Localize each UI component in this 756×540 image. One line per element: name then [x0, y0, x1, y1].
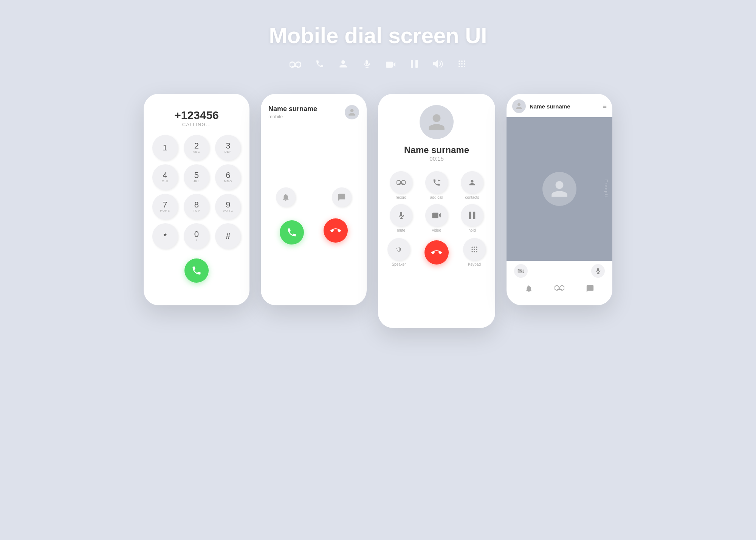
speaker-cell: Speaker — [387, 238, 410, 266]
svg-point-13 — [464, 66, 465, 67]
videocam-icon — [386, 59, 396, 71]
svg-point-19 — [472, 247, 473, 248]
decline-button[interactable] — [324, 218, 348, 243]
record-button[interactable] — [390, 171, 412, 194]
svg-point-24 — [476, 249, 477, 250]
page-title: Mobile dial screen UI — [269, 23, 487, 48]
key-hash[interactable]: # — [215, 223, 241, 249]
video-avatar-large — [542, 172, 576, 206]
key-9[interactable]: 9WXYZ — [215, 194, 241, 220]
speaker-label: Speaker — [392, 262, 406, 266]
caller-name: Name surname — [268, 105, 317, 113]
add-call-label: add call — [430, 195, 443, 200]
svg-point-23 — [474, 249, 475, 250]
quick-actions — [268, 187, 359, 207]
video-cell: video — [421, 204, 452, 232]
video-button[interactable] — [425, 204, 448, 227]
mute-button[interactable] — [390, 204, 412, 227]
svg-rect-3 — [411, 60, 413, 68]
pause-icon — [411, 59, 418, 71]
phone-icon — [315, 59, 324, 71]
svg-point-6 — [461, 60, 463, 62]
watermark: Freepik — [604, 179, 609, 199]
key-5[interactable]: 5JKL — [184, 164, 209, 190]
keypad-grid: 1 2ABC 3DEF 4GHI 5JKL 6MNO 7PQRS 8TUV 9W… — [151, 135, 242, 249]
caller-avatar — [345, 105, 359, 119]
key-1[interactable]: 1 — [152, 135, 178, 161]
key-6[interactable]: 6MNO — [215, 164, 241, 190]
phone-incoming: Name surname mobile — [261, 94, 367, 305]
svg-point-12 — [461, 66, 463, 67]
svg-rect-31 — [557, 289, 562, 290]
keypad-label: Keypad — [468, 262, 481, 266]
video-area: Freepik — [507, 117, 612, 261]
call-button[interactable] — [184, 258, 209, 283]
svg-rect-16 — [399, 183, 404, 184]
caller-type: mobile — [268, 114, 317, 119]
contact-name: Name surname — [404, 145, 469, 155]
volume-icon — [432, 59, 443, 71]
key-8[interactable]: 8TUV — [184, 194, 209, 220]
svg-rect-4 — [415, 60, 418, 68]
svg-point-8 — [459, 63, 460, 65]
svg-point-10 — [464, 63, 465, 65]
phone-in-call: Name surname 00:15 record add call — [378, 94, 495, 328]
keypad-button[interactable] — [463, 238, 486, 261]
svg-point-20 — [474, 247, 475, 248]
key-4[interactable]: 4GHI — [152, 164, 178, 190]
video-voicemail-button[interactable] — [555, 285, 564, 293]
hold-cell: hold — [457, 204, 488, 232]
video-mic-button[interactable] — [591, 264, 605, 278]
call-action-buttons — [268, 218, 359, 244]
svg-point-21 — [476, 247, 477, 248]
video-contact-name: Name surname — [530, 103, 603, 110]
end-call-button[interactable] — [424, 240, 449, 265]
dialer-number: +123456 — [174, 109, 219, 122]
video-avatar — [512, 99, 526, 113]
video-footer — [507, 281, 612, 297]
svg-point-27 — [476, 251, 477, 252]
dialer-status: CALLING... — [182, 122, 211, 127]
video-controls — [507, 261, 612, 281]
video-header: Name surname ≡ — [507, 94, 612, 117]
svg-rect-2 — [292, 66, 298, 67]
speaker-button[interactable] — [387, 238, 410, 261]
voicemail-icon — [290, 59, 301, 71]
key-3[interactable]: 3DEF — [215, 135, 241, 161]
incoming-header: Name surname mobile — [268, 105, 359, 119]
key-0[interactable]: 0+ — [184, 223, 209, 249]
phone-video-call: Name surname ≡ Freepik — [507, 94, 612, 305]
accept-button[interactable] — [280, 220, 304, 244]
svg-point-9 — [461, 63, 463, 65]
video-message-button[interactable] — [586, 285, 594, 293]
phone-dialer: +123456 CALLING... 1 2ABC 3DEF 4GHI 5JKL… — [144, 94, 249, 305]
video-off-button[interactable] — [514, 264, 528, 278]
contacts-cell: contacts — [457, 171, 488, 200]
record-label: record — [396, 195, 406, 200]
keypad-cell: Keypad — [463, 238, 486, 266]
key-7[interactable]: 7PQRS — [152, 194, 178, 220]
keypad-icon — [457, 59, 466, 71]
hold-button[interactable] — [461, 204, 483, 227]
menu-icon[interactable]: ≡ — [603, 102, 607, 110]
message-button[interactable] — [332, 187, 352, 207]
record-cell: record — [386, 171, 417, 200]
add-call-button[interactable] — [425, 171, 448, 194]
svg-point-25 — [472, 251, 473, 252]
key-star[interactable]: * — [152, 223, 178, 249]
phones-container: +123456 CALLING... 1 2ABC 3DEF 4GHI 5JKL… — [144, 94, 612, 328]
reminder-button[interactable] — [276, 187, 296, 207]
bottom-call-actions: Speaker Keypad — [386, 238, 488, 266]
svg-rect-17 — [469, 212, 471, 219]
contacts-button[interactable] — [461, 171, 483, 194]
contacts-label: contacts — [465, 195, 479, 200]
key-2[interactable]: 2ABC — [184, 135, 209, 161]
person-icon — [339, 59, 348, 71]
icon-row — [290, 59, 466, 71]
svg-point-11 — [459, 66, 460, 67]
svg-point-5 — [459, 60, 460, 62]
svg-point-26 — [474, 251, 475, 252]
video-alert-button[interactable] — [525, 285, 533, 293]
add-call-cell: add call — [421, 171, 452, 200]
mic-icon — [362, 59, 371, 71]
